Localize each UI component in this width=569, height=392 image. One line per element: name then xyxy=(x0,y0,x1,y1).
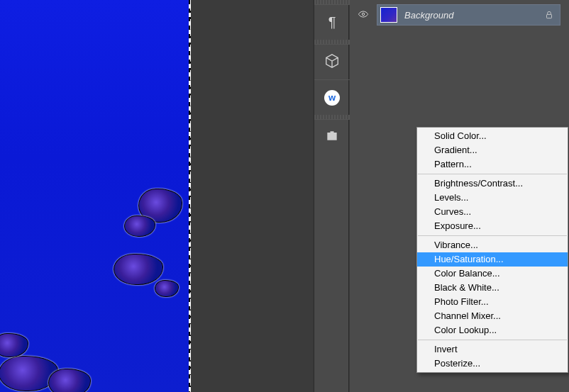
layer-thumbnail[interactable] xyxy=(380,7,397,23)
w-logo-icon: w xyxy=(324,90,340,106)
canvas-area[interactable] xyxy=(0,0,312,392)
menu-item-gradient[interactable]: Gradient... xyxy=(417,143,568,157)
3d-panel-button[interactable] xyxy=(314,44,350,79)
menu-separator xyxy=(418,340,567,340)
image-detail xyxy=(0,333,28,357)
layer-visibility-toggle[interactable] xyxy=(353,9,374,22)
briefcase-icon xyxy=(325,129,339,145)
image-detail xyxy=(155,280,179,297)
menu-item-hue-saturation[interactable]: Hue/Saturation... xyxy=(417,252,568,267)
image-detail xyxy=(124,215,155,237)
menu-item-invert[interactable]: Invert xyxy=(417,342,568,357)
pilcrow-icon: ¶ xyxy=(328,14,336,30)
image-detail xyxy=(114,254,163,285)
menu-item-posterize[interactable]: Posterize... xyxy=(417,357,568,371)
lock-icon[interactable] xyxy=(544,10,554,20)
canvas-image[interactable] xyxy=(0,0,191,392)
layer-row-background[interactable]: Background xyxy=(377,4,560,26)
menu-item-channel-mixer[interactable]: Channel Mixer... xyxy=(417,309,568,323)
menu-item-levels[interactable]: Levels... xyxy=(417,191,568,205)
menu-item-curves[interactable]: Curves... xyxy=(417,205,568,219)
collapsed-panel-strip: ¶ w xyxy=(314,0,349,392)
menu-item-color-balance[interactable]: Color Balance... xyxy=(417,267,568,281)
menu-item-pattern[interactable]: Pattern... xyxy=(417,157,568,172)
adjustment-layer-menu: Solid Color...Gradient...Pattern...Brigh… xyxy=(416,127,568,373)
libraries-panel-button[interactable] xyxy=(314,119,350,155)
menu-item-solid-color[interactable]: Solid Color... xyxy=(417,129,568,143)
eye-icon xyxy=(358,11,369,22)
menu-item-vibrance[interactable]: Vibrance... xyxy=(417,238,568,252)
menu-item-color-lookup[interactable]: Color Lookup... xyxy=(417,323,568,337)
paragraph-panel-button[interactable]: ¶ xyxy=(314,4,350,40)
plugin-panel-button[interactable]: w xyxy=(314,79,350,115)
image-detail xyxy=(48,369,91,392)
menu-item-brightness-contrast[interactable]: Brightness/Contrast... xyxy=(417,177,568,191)
svg-rect-1 xyxy=(547,14,552,18)
menu-item-black-white[interactable]: Black & White... xyxy=(417,281,568,295)
cube-icon xyxy=(324,53,340,71)
menu-separator xyxy=(418,235,567,236)
layer-name-label: Background xyxy=(404,10,453,21)
menu-item-photo-filter[interactable]: Photo Filter... xyxy=(417,295,568,309)
svg-point-0 xyxy=(362,13,364,15)
menu-item-exposure[interactable]: Exposure... xyxy=(417,219,568,233)
menu-separator xyxy=(418,174,567,174)
